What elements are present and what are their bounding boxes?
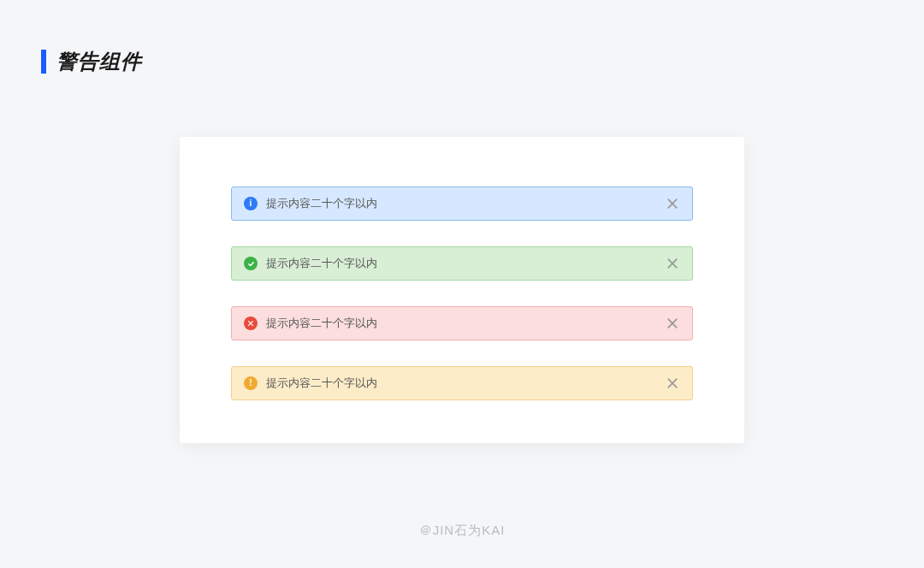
error-icon xyxy=(244,317,258,330)
watermark: ＠JIN石为KAI xyxy=(419,523,506,539)
page-title: 警告组件 xyxy=(56,48,142,75)
close-icon[interactable] xyxy=(665,376,680,391)
alert-info: i 提示内容二十个字以内 xyxy=(231,186,693,221)
info-icon: i xyxy=(244,197,258,210)
alerts-card: i 提示内容二十个字以内 提示内容二十个字以内 提示内容二十个字以内 ! 提示内… xyxy=(180,137,744,443)
alert-info-text: 提示内容二十个字以内 xyxy=(266,196,656,211)
alert-warning: ! 提示内容二十个字以内 xyxy=(231,366,693,400)
close-icon[interactable] xyxy=(665,256,680,271)
alert-error: 提示内容二十个字以内 xyxy=(231,306,693,340)
title-accent-bar xyxy=(41,50,46,74)
alert-success-text: 提示内容二十个字以内 xyxy=(266,256,656,271)
page-title-wrap: 警告组件 xyxy=(41,48,142,75)
alert-error-text: 提示内容二十个字以内 xyxy=(266,316,656,331)
close-icon[interactable] xyxy=(665,316,680,331)
alert-success: 提示内容二十个字以内 xyxy=(231,246,693,281)
warning-icon: ! xyxy=(244,376,258,390)
alert-warning-text: 提示内容二十个字以内 xyxy=(266,376,656,391)
close-icon[interactable] xyxy=(665,196,680,211)
check-icon xyxy=(244,257,258,270)
